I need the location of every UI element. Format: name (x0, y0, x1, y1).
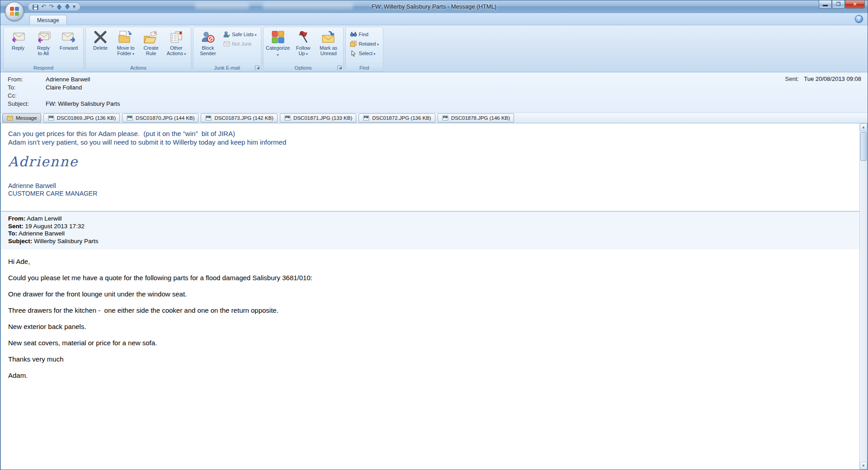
message-window: ↶ ↷ ▾ FW: Willerby Salisbury Parts - Mes… (0, 0, 868, 470)
subject-label: Subject: (8, 100, 46, 108)
move-to-folder-button[interactable]: Move to Folder (113, 28, 138, 63)
signature-block: Adrienne Barwell CUSTOMER CARE MANAGER (8, 182, 849, 197)
attachment-tab-file[interactable]: DSC01870.JPG (144 KB) (122, 113, 198, 122)
body-paragraph: New exterior back panels. (8, 323, 849, 331)
create-rule-icon (143, 30, 159, 44)
image-file-icon (363, 114, 370, 122)
create-rule-button[interactable]: Create Rule (139, 28, 163, 63)
message-body-area: Can you get prices for this for Adam ple… (0, 123, 868, 470)
from-label: From: (8, 75, 46, 84)
sent-label: Sent: (785, 75, 799, 82)
other-actions-button[interactable]: Other Actions (164, 28, 189, 63)
intro-line: Adam isn’t very patient, so you will nee… (8, 138, 849, 146)
related-button[interactable]: Related (348, 40, 381, 48)
cc-row: Cc: (8, 92, 862, 100)
image-file-icon (205, 114, 212, 122)
group-respond: Reply Reply to All Forward Respond (3, 27, 84, 72)
attachment-bar: Message DSC01869.JPG (136 KB) DSC01870.J… (0, 113, 868, 123)
close-button[interactable]: ✕ (845, 0, 865, 9)
forward-icon (61, 30, 76, 44)
sent-value: Tue 20/08/2013 09:08 (804, 75, 861, 82)
reply-to-all-button[interactable]: Reply to All (31, 28, 56, 63)
subject-row: Subject: FW: Willerby Salisbury Parts (8, 100, 862, 108)
follow-up-button[interactable]: Follow Up (291, 28, 316, 63)
window-controls: ▬ ❐ ✕ (819, 0, 865, 9)
body-paragraph: New seat covers, material or price for a… (8, 339, 849, 347)
ribbon-tab-row: Message ? (0, 13, 868, 25)
group-label-respond: Respond (4, 64, 83, 71)
image-file-icon (284, 114, 291, 122)
categorize-button[interactable]: Categorize (266, 28, 290, 63)
reply-button[interactable]: Reply (6, 28, 30, 63)
attachment-tab-message[interactable]: Message (2, 113, 41, 122)
subject-value: FW: Willerby Salisbury Parts (46, 100, 120, 108)
group-junk: Block Sender Safe Lists Not Junk (193, 27, 261, 72)
group-label-find: Find (346, 64, 383, 71)
follow-up-icon (296, 30, 311, 44)
options-dialog-launcher-icon[interactable]: ◢ (337, 66, 342, 70)
help-icon[interactable]: ? (855, 15, 863, 23)
scroll-down-icon[interactable]: ▼ (860, 462, 867, 470)
maximize-button[interactable]: ❐ (832, 0, 845, 9)
sent-row: Sent: Tue 20/08/2013 09:08 (785, 75, 862, 82)
signature-script: Adrienne (8, 154, 849, 169)
quoted-header: From: Adam Lerwill Sent: 19 August 2013 … (1, 211, 859, 249)
attachment-tab-file[interactable]: DSC01869.JPG (136 KB) (43, 113, 120, 122)
scroll-up-icon[interactable]: ▲ (860, 123, 867, 131)
find-icon (350, 31, 357, 38)
select-button[interactable]: Select (348, 49, 381, 57)
office-logo-icon (10, 7, 19, 16)
cc-label: Cc: (8, 92, 46, 100)
safe-lists-icon (223, 31, 230, 38)
body-paragraph: Hi Ade, (8, 258, 849, 266)
move-to-folder-icon (118, 30, 133, 44)
forward-button[interactable]: Forward (57, 28, 81, 63)
block-sender-icon (200, 30, 216, 44)
find-button[interactable]: Find (348, 30, 381, 38)
from-row: From: Adrienne Barwell (8, 75, 862, 84)
quoted-sent: Sent: 19 August 2013 17:32 (8, 223, 849, 230)
body-paragraph: Adam. (8, 371, 849, 380)
image-file-icon (442, 114, 449, 122)
attachment-tab-file[interactable]: DSC01872.JPG (136 KB) (359, 113, 435, 122)
block-sender-button[interactable]: Block Sender (196, 28, 220, 63)
other-actions-icon (169, 30, 184, 44)
delete-button[interactable]: Delete (88, 28, 113, 63)
attachment-tab-file[interactable]: DSC01873.JPG (142 KB) (201, 113, 277, 122)
quoted-from: From: Adam Lerwill (8, 215, 849, 223)
scrollbar-track[interactable] (860, 131, 867, 462)
not-junk-button: Not Junk (221, 40, 259, 48)
related-icon (350, 40, 357, 47)
message-header: From: Adrienne Barwell To: Claire Follan… (0, 72, 868, 113)
scrollbar-thumb[interactable] (860, 132, 867, 161)
office-button[interactable] (5, 2, 24, 21)
message-icon (6, 114, 14, 122)
tab-message[interactable]: Message (29, 15, 67, 25)
not-junk-icon (223, 40, 230, 47)
reply-all-icon (36, 30, 51, 44)
to-label: To: (8, 84, 46, 92)
image-file-icon (47, 114, 55, 122)
email-body[interactable]: Can you get prices for this for Adam ple… (1, 123, 859, 470)
body-paragraph: Thanks very much (8, 355, 849, 363)
junk-dialog-launcher-icon[interactable]: ◢ (255, 66, 259, 70)
attachment-tab-file[interactable]: DSC01878.JPG (146 KB) (438, 113, 514, 122)
image-file-icon (126, 114, 133, 122)
intro-line: Can you get prices for this for Adam ple… (8, 129, 849, 138)
from-value: Adrienne Barwell (46, 75, 90, 84)
minimize-button[interactable]: ▬ (819, 0, 832, 9)
delete-icon (93, 30, 108, 44)
vertical-scrollbar[interactable]: ▲ ▼ (859, 123, 867, 470)
signature-name: Adrienne Barwell (8, 182, 849, 190)
body-paragraph: Could you please let me have a quote for… (8, 274, 849, 282)
mark-as-unread-button[interactable]: Mark as Unread (316, 28, 341, 63)
quoted-to: To: Adrienne Barwell (8, 230, 849, 238)
group-options: Categorize Follow Up Mark as Unread Opti… (263, 27, 344, 72)
signature-title: CUSTOMER CARE MANAGER (8, 190, 849, 197)
reply-icon (10, 30, 26, 44)
body-paragraph: Three drawers for the kitchen - one eith… (8, 306, 849, 315)
safe-lists-button[interactable]: Safe Lists (221, 30, 259, 38)
attachment-tab-file[interactable]: DSC01871.JPG (133 KB) (280, 113, 356, 122)
ribbon: Reply Reply to All Forward Respond (0, 25, 868, 72)
group-label-junk: Junk E-mail ◢ (193, 64, 261, 71)
